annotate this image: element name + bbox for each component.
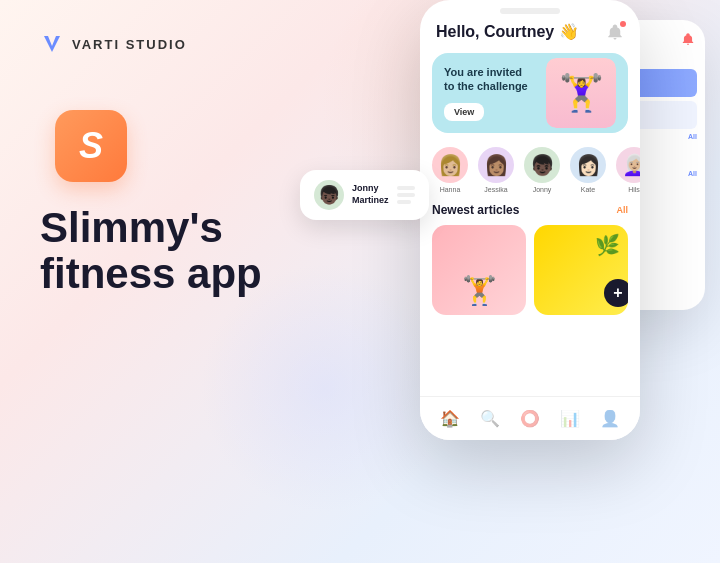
nav-profile-icon[interactable]: 👤 [600, 409, 620, 428]
friend-name-jessika: Jessika [484, 186, 507, 193]
floating-card: 👦🏿 JonnyMartinez [300, 170, 429, 220]
article-card-2[interactable]: 🌿 + [534, 225, 628, 315]
varti-logo-icon [40, 32, 64, 56]
friend-avatar-hanna: 👩🏼 [432, 147, 468, 183]
articles-all-link[interactable]: All [616, 205, 628, 215]
articles-grid: 🏋️ 🌿 + [432, 225, 628, 315]
bell-badge [606, 23, 624, 41]
friends-row: 👩🏼 Hanna 👩🏽 Jessika 👦🏿 Jonny 👩🏻 Kate 👩🏼‍… [420, 139, 640, 197]
friend-name-hils: Hils [628, 186, 640, 193]
app-heading: Slimmy's fitness app [40, 205, 262, 297]
articles-header: Newest articles All [432, 203, 628, 217]
invite-text: You are invited to the challenge [444, 65, 546, 94]
bell-icon-back [681, 32, 695, 46]
nav-search-icon[interactable]: 🔍 [480, 409, 500, 428]
nav-stats-icon[interactable]: 📊 [560, 409, 580, 428]
friend-item-jonny[interactable]: 👦🏿 Jonny [524, 147, 560, 193]
friend-name-jonny: Jonny [533, 186, 552, 193]
app-icon: S [55, 110, 127, 182]
invite-card: You are invited to the challenge View 🏋️… [432, 53, 628, 133]
articles-title: Newest articles [432, 203, 519, 217]
logo-area: VARTI STUDIO [40, 32, 187, 56]
bottom-nav: 🏠 🔍 ⭕ 📊 👤 [420, 396, 640, 440]
floating-card-actions [397, 186, 415, 204]
girl-illustration: 🏋️‍♀️ [546, 58, 616, 128]
article-card-1-emoji: 🏋️ [462, 274, 497, 307]
nav-home-icon[interactable]: 🏠 [440, 409, 460, 428]
bg-decoration-2 [200, 263, 450, 513]
svg-marker-0 [44, 36, 60, 52]
invite-text-area: You are invited to the challenge View [444, 65, 546, 122]
action-dot-3 [397, 200, 411, 204]
friend-avatar-jonny: 👦🏿 [524, 147, 560, 183]
phone-header: Hello, Courtney 👋 [420, 14, 640, 47]
app-icon-letter: S [79, 125, 103, 167]
friend-avatar-kate: 👩🏻 [570, 147, 606, 183]
main-heading: Slimmy's fitness app [40, 205, 262, 297]
view-button[interactable]: View [444, 103, 484, 121]
friend-item-hanna[interactable]: 👩🏼 Hanna [432, 147, 468, 193]
friend-item-kate[interactable]: 👩🏻 Kate [570, 147, 606, 193]
article-card-2-emoji: 🌿 [595, 233, 620, 257]
invite-image: 🏋️‍♀️ [546, 58, 616, 128]
friend-item-jessika[interactable]: 👩🏽 Jessika [478, 147, 514, 193]
action-dot-1 [397, 186, 415, 190]
plus-button[interactable]: + [604, 279, 628, 307]
friend-item-hils[interactable]: 👩🏼‍🦳 Hils [616, 147, 640, 193]
nav-circle-icon[interactable]: ⭕ [520, 409, 540, 428]
article-card-1[interactable]: 🏋️ [432, 225, 526, 315]
action-dot-2 [397, 193, 415, 197]
floating-card-text: JonnyMartinez [352, 183, 389, 206]
friend-avatar-jessika: 👩🏽 [478, 147, 514, 183]
greeting-text: Hello, Courtney 👋 [436, 22, 579, 41]
friend-avatar-hils: 👩🏼‍🦳 [616, 147, 640, 183]
friend-name-hanna: Hanna [440, 186, 461, 193]
bell-notification-dot [620, 21, 626, 27]
floating-avatar: 👦🏿 [314, 180, 344, 210]
articles-section: Newest articles All 🏋️ 🌿 + [420, 197, 640, 321]
brand-name: VARTI STUDIO [72, 37, 187, 52]
phone-main: Hello, Courtney 👋 You are invited to the… [420, 0, 640, 440]
friend-name-kate: Kate [581, 186, 595, 193]
